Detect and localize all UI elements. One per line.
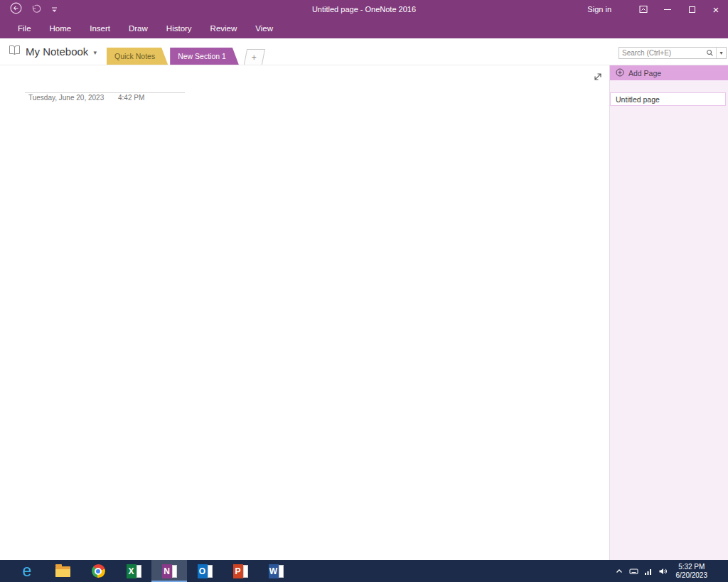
content-area: Tuesday, June 20, 2023 4:42 PM Add Page … [0, 65, 728, 560]
close-button[interactable]: × [704, 0, 728, 18]
touch-keyboard-icon[interactable] [629, 567, 638, 576]
chrome-icon [92, 564, 105, 578]
search-icon [706, 49, 714, 57]
close-icon: × [713, 4, 719, 15]
ribbon-tab-review[interactable]: Review [201, 18, 247, 38]
outlook-icon: O [198, 564, 213, 578]
maximize-button[interactable] [680, 0, 704, 18]
notebook-name: My Notebook [26, 45, 88, 58]
page-pane: Add Page Untitled page [610, 65, 728, 560]
minimize-icon [664, 9, 671, 10]
chevron-down-icon: ▾ [93, 48, 97, 56]
sign-in-link[interactable]: Sign in [587, 5, 611, 14]
powerpoint-icon: P [233, 564, 248, 578]
system-tray: 5:32 PM 6/20/2023 [615, 560, 728, 582]
taskbar-word-button[interactable]: W [258, 560, 294, 582]
section-tab-quick-notes[interactable]: Quick Notes [107, 48, 168, 65]
taskbar-internet-explorer-button[interactable]: e [9, 560, 45, 582]
add-page-plus-icon [616, 68, 624, 78]
page-canvas[interactable]: Tuesday, June 20, 2023 4:42 PM [0, 65, 610, 560]
clock-time: 5:32 PM [678, 563, 705, 571]
network-icon[interactable] [644, 567, 653, 576]
titlebar: Untitled page - OneNote 2016 Sign in × [0, 0, 728, 18]
plus-icon: + [252, 53, 257, 63]
ribbon-tab-view[interactable]: View [246, 18, 282, 38]
volume-icon[interactable] [658, 567, 668, 576]
minimize-button[interactable] [655, 0, 680, 18]
search-scope-dropdown-icon[interactable]: ▾ [717, 50, 726, 56]
ribbon-tab-bar: File Home Insert Draw History Review Vie… [0, 18, 728, 38]
internet-explorer-icon: e [23, 563, 32, 579]
taskbar-excel-button[interactable]: X [116, 560, 151, 582]
page-time: 4:42 PM [118, 94, 144, 102]
taskbar-clock[interactable]: 5:32 PM 6/20/2023 [673, 563, 714, 580]
file-explorer-icon [55, 566, 70, 577]
taskbar-powerpoint-button[interactable]: P [223, 560, 258, 582]
page-title-field[interactable] [25, 92, 185, 93]
hidden-icons-chevron-icon[interactable] [615, 567, 623, 576]
taskbar: e X N O P [0, 560, 728, 582]
clock-date: 6/20/2023 [676, 571, 708, 580]
onenote-window: Untitled page - OneNote 2016 Sign in × F… [0, 0, 728, 582]
search-input[interactable] [619, 49, 706, 57]
taskbar-outlook-button[interactable]: O [187, 560, 223, 582]
taskbar-file-explorer-button[interactable] [45, 560, 80, 582]
word-icon: W [269, 564, 284, 578]
search-box[interactable]: ▾ [619, 47, 727, 59]
customize-quick-access-icon[interactable] [51, 3, 58, 16]
add-page-button[interactable]: Add Page [610, 65, 728, 80]
undo-icon[interactable] [31, 3, 42, 16]
excel-icon: X [127, 564, 141, 578]
ribbon-tab-draw[interactable]: Draw [119, 18, 157, 38]
onenote-icon: N [162, 564, 177, 578]
ribbon-tab-home[interactable]: Home [41, 18, 81, 38]
ribbon-tab-history[interactable]: History [157, 18, 201, 38]
ribbon-display-options-button[interactable] [631, 0, 655, 18]
ribbon-tab-file[interactable]: File [9, 18, 41, 38]
section-tab-new-section-1[interactable]: New Section 1 [170, 48, 239, 65]
page-date: Tuesday, June 20, 2023 [28, 94, 104, 102]
back-icon[interactable] [10, 2, 22, 17]
caption-controls: Sign in × [587, 0, 728, 18]
notebook-icon [9, 45, 21, 58]
taskbar-chrome-button[interactable] [80, 560, 116, 582]
full-page-view-icon[interactable] [593, 72, 603, 82]
maximize-icon [689, 6, 695, 13]
notebook-switcher[interactable]: My Notebook ▾ [0, 38, 107, 65]
add-page-label: Add Page [628, 69, 661, 77]
ribbon-tab-insert[interactable]: Insert [80, 18, 119, 38]
add-section-button[interactable]: + [244, 49, 265, 65]
notebook-bar: My Notebook ▾ Quick Notes New Section 1 … [0, 38, 728, 65]
section-tabs: Quick Notes New Section 1 + [107, 38, 264, 65]
page-list-item[interactable]: Untitled page [610, 92, 726, 106]
quick-access-toolbar [0, 2, 58, 17]
taskbar-onenote-button[interactable]: N [151, 560, 187, 582]
